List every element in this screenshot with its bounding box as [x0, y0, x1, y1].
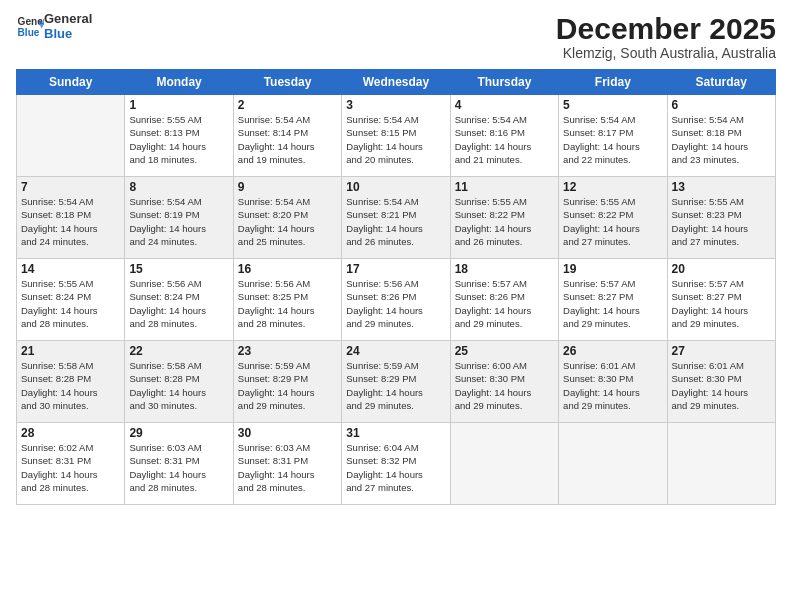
calendar-cell: 18Sunrise: 5:57 AM Sunset: 8:26 PM Dayli… [450, 259, 558, 341]
calendar-week-row: 14Sunrise: 5:55 AM Sunset: 8:24 PM Dayli… [17, 259, 776, 341]
day-number: 26 [563, 344, 662, 358]
day-info: Sunrise: 5:54 AM Sunset: 8:17 PM Dayligh… [563, 113, 662, 166]
day-number: 23 [238, 344, 337, 358]
day-info: Sunrise: 6:02 AM Sunset: 8:31 PM Dayligh… [21, 441, 120, 494]
day-number: 22 [129, 344, 228, 358]
month-title: December 2025 [556, 12, 776, 45]
calendar-cell: 24Sunrise: 5:59 AM Sunset: 8:29 PM Dayli… [342, 341, 450, 423]
calendar-cell: 15Sunrise: 5:56 AM Sunset: 8:24 PM Dayli… [125, 259, 233, 341]
calendar-cell: 12Sunrise: 5:55 AM Sunset: 8:22 PM Dayli… [559, 177, 667, 259]
day-info: Sunrise: 5:54 AM Sunset: 8:14 PM Dayligh… [238, 113, 337, 166]
calendar-cell: 9Sunrise: 5:54 AM Sunset: 8:20 PM Daylig… [233, 177, 341, 259]
day-info: Sunrise: 5:54 AM Sunset: 8:21 PM Dayligh… [346, 195, 445, 248]
calendar-cell: 26Sunrise: 6:01 AM Sunset: 8:30 PM Dayli… [559, 341, 667, 423]
day-info: Sunrise: 5:54 AM Sunset: 8:19 PM Dayligh… [129, 195, 228, 248]
day-info: Sunrise: 5:56 AM Sunset: 8:24 PM Dayligh… [129, 277, 228, 330]
day-number: 17 [346, 262, 445, 276]
day-number: 1 [129, 98, 228, 112]
day-number: 10 [346, 180, 445, 194]
calendar-cell: 19Sunrise: 5:57 AM Sunset: 8:27 PM Dayli… [559, 259, 667, 341]
day-info: Sunrise: 5:58 AM Sunset: 8:28 PM Dayligh… [21, 359, 120, 412]
calendar-day-header: Saturday [667, 70, 775, 95]
day-info: Sunrise: 5:54 AM Sunset: 8:16 PM Dayligh… [455, 113, 554, 166]
day-number: 15 [129, 262, 228, 276]
calendar-cell: 1Sunrise: 5:55 AM Sunset: 8:13 PM Daylig… [125, 95, 233, 177]
calendar-week-row: 1Sunrise: 5:55 AM Sunset: 8:13 PM Daylig… [17, 95, 776, 177]
calendar-day-header: Friday [559, 70, 667, 95]
day-info: Sunrise: 6:01 AM Sunset: 8:30 PM Dayligh… [563, 359, 662, 412]
day-number: 5 [563, 98, 662, 112]
day-number: 16 [238, 262, 337, 276]
day-info: Sunrise: 5:57 AM Sunset: 8:26 PM Dayligh… [455, 277, 554, 330]
day-number: 9 [238, 180, 337, 194]
day-number: 31 [346, 426, 445, 440]
day-number: 20 [672, 262, 771, 276]
calendar-cell: 13Sunrise: 5:55 AM Sunset: 8:23 PM Dayli… [667, 177, 775, 259]
calendar-cell: 31Sunrise: 6:04 AM Sunset: 8:32 PM Dayli… [342, 423, 450, 505]
calendar-cell: 22Sunrise: 5:58 AM Sunset: 8:28 PM Dayli… [125, 341, 233, 423]
calendar-day-header: Wednesday [342, 70, 450, 95]
logo-icon: General Blue [16, 13, 44, 41]
day-info: Sunrise: 6:03 AM Sunset: 8:31 PM Dayligh… [238, 441, 337, 494]
day-number: 12 [563, 180, 662, 194]
calendar-cell: 6Sunrise: 5:54 AM Sunset: 8:18 PM Daylig… [667, 95, 775, 177]
day-number: 25 [455, 344, 554, 358]
calendar-cell: 3Sunrise: 5:54 AM Sunset: 8:15 PM Daylig… [342, 95, 450, 177]
day-number: 19 [563, 262, 662, 276]
day-number: 30 [238, 426, 337, 440]
day-info: Sunrise: 5:56 AM Sunset: 8:25 PM Dayligh… [238, 277, 337, 330]
calendar-cell: 21Sunrise: 5:58 AM Sunset: 8:28 PM Dayli… [17, 341, 125, 423]
calendar-cell: 7Sunrise: 5:54 AM Sunset: 8:18 PM Daylig… [17, 177, 125, 259]
day-number: 4 [455, 98, 554, 112]
calendar-cell: 2Sunrise: 5:54 AM Sunset: 8:14 PM Daylig… [233, 95, 341, 177]
day-info: Sunrise: 5:55 AM Sunset: 8:22 PM Dayligh… [563, 195, 662, 248]
calendar-cell: 29Sunrise: 6:03 AM Sunset: 8:31 PM Dayli… [125, 423, 233, 505]
calendar-header-row: SundayMondayTuesdayWednesdayThursdayFrid… [17, 70, 776, 95]
day-info: Sunrise: 5:57 AM Sunset: 8:27 PM Dayligh… [563, 277, 662, 330]
calendar-cell: 20Sunrise: 5:57 AM Sunset: 8:27 PM Dayli… [667, 259, 775, 341]
day-info: Sunrise: 5:58 AM Sunset: 8:28 PM Dayligh… [129, 359, 228, 412]
day-info: Sunrise: 5:59 AM Sunset: 8:29 PM Dayligh… [346, 359, 445, 412]
day-info: Sunrise: 6:04 AM Sunset: 8:32 PM Dayligh… [346, 441, 445, 494]
day-info: Sunrise: 5:56 AM Sunset: 8:26 PM Dayligh… [346, 277, 445, 330]
calendar-week-row: 7Sunrise: 5:54 AM Sunset: 8:18 PM Daylig… [17, 177, 776, 259]
day-number: 24 [346, 344, 445, 358]
day-number: 13 [672, 180, 771, 194]
calendar-cell: 28Sunrise: 6:02 AM Sunset: 8:31 PM Dayli… [17, 423, 125, 505]
calendar-day-header: Tuesday [233, 70, 341, 95]
calendar-cell [17, 95, 125, 177]
page: General Blue General Blue December 2025 … [0, 0, 792, 612]
calendar-cell: 30Sunrise: 6:03 AM Sunset: 8:31 PM Dayli… [233, 423, 341, 505]
day-number: 29 [129, 426, 228, 440]
calendar-cell: 25Sunrise: 6:00 AM Sunset: 8:30 PM Dayli… [450, 341, 558, 423]
day-number: 28 [21, 426, 120, 440]
calendar-cell [559, 423, 667, 505]
calendar-cell: 5Sunrise: 5:54 AM Sunset: 8:17 PM Daylig… [559, 95, 667, 177]
calendar-cell: 11Sunrise: 5:55 AM Sunset: 8:22 PM Dayli… [450, 177, 558, 259]
day-info: Sunrise: 5:55 AM Sunset: 8:24 PM Dayligh… [21, 277, 120, 330]
calendar-cell [667, 423, 775, 505]
day-info: Sunrise: 5:55 AM Sunset: 8:23 PM Dayligh… [672, 195, 771, 248]
day-number: 2 [238, 98, 337, 112]
day-number: 18 [455, 262, 554, 276]
calendar-week-row: 28Sunrise: 6:02 AM Sunset: 8:31 PM Dayli… [17, 423, 776, 505]
calendar-day-header: Monday [125, 70, 233, 95]
title-block: December 2025 Klemzig, South Australia, … [556, 12, 776, 61]
calendar-cell: 23Sunrise: 5:59 AM Sunset: 8:29 PM Dayli… [233, 341, 341, 423]
day-number: 7 [21, 180, 120, 194]
location: Klemzig, South Australia, Australia [556, 45, 776, 61]
calendar-cell: 27Sunrise: 6:01 AM Sunset: 8:30 PM Dayli… [667, 341, 775, 423]
logo: General Blue General Blue [16, 12, 92, 42]
day-number: 14 [21, 262, 120, 276]
header: General Blue General Blue December 2025 … [16, 12, 776, 61]
logo-general: General [44, 12, 92, 27]
day-number: 6 [672, 98, 771, 112]
day-number: 3 [346, 98, 445, 112]
day-info: Sunrise: 5:59 AM Sunset: 8:29 PM Dayligh… [238, 359, 337, 412]
calendar: SundayMondayTuesdayWednesdayThursdayFrid… [16, 69, 776, 505]
calendar-cell [450, 423, 558, 505]
day-info: Sunrise: 6:03 AM Sunset: 8:31 PM Dayligh… [129, 441, 228, 494]
calendar-cell: 4Sunrise: 5:54 AM Sunset: 8:16 PM Daylig… [450, 95, 558, 177]
day-info: Sunrise: 5:57 AM Sunset: 8:27 PM Dayligh… [672, 277, 771, 330]
day-info: Sunrise: 5:54 AM Sunset: 8:18 PM Dayligh… [672, 113, 771, 166]
